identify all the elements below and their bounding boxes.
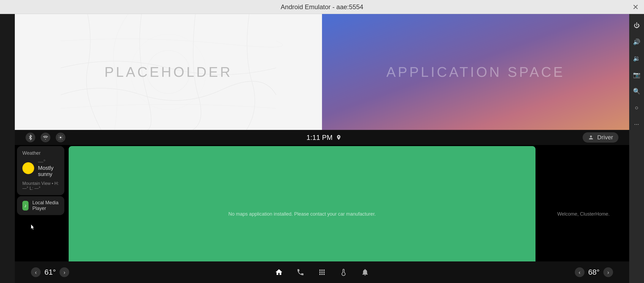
more-icon[interactable]: ··· bbox=[634, 121, 639, 128]
driver-label: Driver bbox=[597, 134, 613, 141]
map-message: No maps application installed. Please co… bbox=[228, 211, 376, 217]
status-left bbox=[26, 133, 65, 142]
notification-nav-icon[interactable] bbox=[361, 268, 369, 276]
left-temp-increase[interactable]: › bbox=[60, 267, 69, 277]
climate-nav-icon[interactable] bbox=[340, 268, 348, 276]
weather-location: Mountain View • H: —° L: —° bbox=[22, 181, 59, 191]
driver-icon bbox=[588, 134, 594, 140]
zoom-icon[interactable]: 🔍 bbox=[633, 88, 640, 95]
home-nav-icon[interactable] bbox=[275, 268, 283, 276]
phone-nav-icon[interactable] bbox=[296, 268, 304, 276]
left-temp-value: 61° bbox=[44, 268, 56, 277]
bluetooth-icon[interactable] bbox=[26, 133, 35, 142]
driver-info[interactable]: Driver bbox=[583, 132, 618, 143]
weather-condition: —° Mostly sunny bbox=[38, 159, 59, 177]
status-time: 1:11 PM bbox=[306, 133, 342, 142]
left-panel: PLACEHOLDER bbox=[15, 14, 322, 130]
sun-icon bbox=[22, 162, 34, 174]
apps-nav-icon[interactable] bbox=[318, 268, 326, 276]
weather-main: —° Mostly sunny bbox=[22, 159, 59, 177]
cursor-icon bbox=[31, 224, 35, 230]
media-card[interactable]: ♪ Local Media Player bbox=[17, 196, 64, 215]
close-button[interactable]: ✕ bbox=[632, 2, 639, 11]
emulator-body: PLACEHOLDER APPLICATION SPACE bbox=[15, 14, 629, 283]
sidebar-controls: ⏻ 🔊 🔉 📷 🔍 ○ ··· bbox=[629, 14, 644, 283]
weather-card[interactable]: Weather —° Mostly sunny Mountain View • … bbox=[17, 146, 64, 195]
weather-label: Weather bbox=[22, 150, 59, 156]
bottom-nav: ‹ 61° › bbox=[15, 261, 629, 283]
nav-center bbox=[275, 268, 369, 276]
right-temp-value: 68° bbox=[588, 268, 600, 277]
camera-icon[interactable]: 📷 bbox=[633, 71, 640, 78]
left-temp-decrease[interactable]: ‹ bbox=[31, 267, 41, 277]
media-icon: ♪ bbox=[22, 201, 29, 210]
brightness-icon[interactable] bbox=[56, 133, 65, 142]
volume-down-icon[interactable]: 🔉 bbox=[633, 55, 640, 62]
title-bar-text: Android Emulator - aae:5554 bbox=[281, 3, 363, 11]
right-temp-control: ‹ 68° › bbox=[575, 267, 613, 277]
right-panel: APPLICATION SPACE bbox=[322, 14, 629, 130]
svg-point-2 bbox=[60, 137, 62, 139]
media-label: Local Media Player bbox=[32, 200, 59, 211]
right-temp-decrease[interactable]: ‹ bbox=[575, 267, 584, 277]
cluster-message: Welcome, ClusterHome. bbox=[557, 211, 610, 217]
volume-up-icon[interactable]: 🔊 bbox=[633, 39, 640, 46]
app-space-label: APPLICATION SPACE bbox=[386, 64, 565, 80]
wifi-icon[interactable] bbox=[41, 133, 50, 142]
title-bar: Android Emulator - aae:5554 ✕ bbox=[0, 0, 644, 14]
placeholder-label: PLACEHOLDER bbox=[104, 64, 232, 80]
weather-info: —° Mostly sunny bbox=[38, 159, 59, 177]
circle-icon[interactable]: ○ bbox=[635, 104, 638, 111]
left-temp-control: ‹ 61° › bbox=[31, 267, 69, 277]
weather-dash: —° bbox=[38, 159, 46, 165]
location-icon bbox=[336, 134, 342, 140]
right-temp-increase[interactable]: › bbox=[603, 267, 613, 277]
top-section: PLACEHOLDER APPLICATION SPACE bbox=[15, 14, 629, 130]
cursor-area bbox=[31, 224, 66, 231]
power-icon[interactable]: ⏻ bbox=[634, 22, 640, 29]
status-bar: 1:11 PM Driver bbox=[15, 130, 629, 145]
